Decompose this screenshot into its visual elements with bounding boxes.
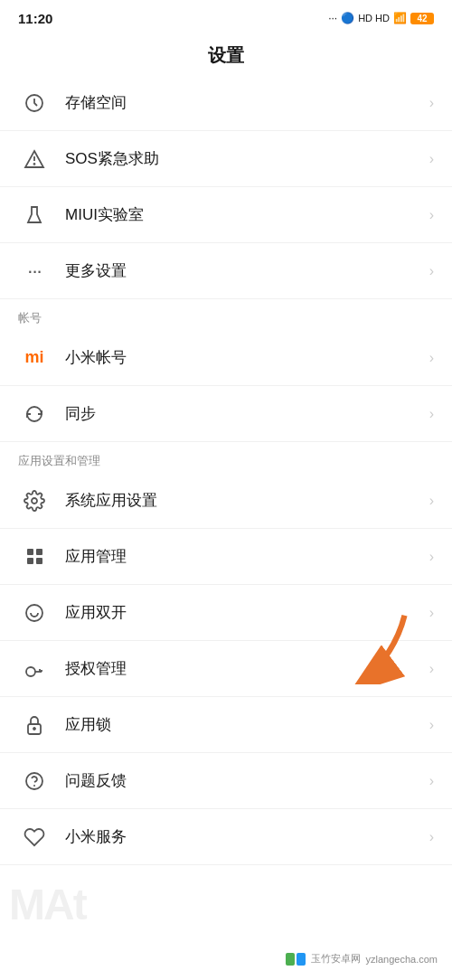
clock-icon [18,87,51,119]
menu-text-app-lock: 应用锁 [65,714,429,735]
dual-icon [18,597,51,629]
section-label-account: 帐号 [0,299,452,330]
svg-point-8 [26,667,35,676]
beaker-icon [18,199,51,231]
page-title: 设置 [0,33,452,75]
menu-text-system-app: 系统应用设置 [65,490,429,511]
chevron-icon: › [429,95,434,111]
menu-item-mi-account[interactable]: mi 小米帐号 › [0,330,452,386]
chevron-icon: › [429,151,434,167]
chevron-icon: › [429,493,434,509]
menu-group-app-management: 系统应用设置 › 应用管理 › 应用双开 › [0,473,452,865]
grid-icon [18,541,51,573]
menu-text-more-settings: 更多设置 [65,260,429,281]
sync-icon [18,398,51,430]
key-icon [18,653,51,685]
status-icons: ··· 🔵 HD HD 📶 42 [328,12,434,24]
menu-text-mi-account: 小米帐号 [65,347,429,368]
chevron-icon: › [429,661,434,677]
chevron-icon: › [429,207,434,223]
chevron-icon: › [429,406,434,422]
chevron-icon: › [429,549,434,565]
watermark-text: 玉竹安卓网 [311,952,361,966]
menu-item-app-manage[interactable]: 应用管理 › [0,529,452,585]
menu-item-mi-service[interactable]: 小米服务 › [0,809,452,865]
menu-item-miui-lab[interactable]: MIUI实验室 › [0,187,452,243]
chevron-icon: › [429,605,434,621]
svg-point-6 [26,605,42,621]
menu-text-feedback: 问题反馈 [65,770,429,791]
bluetooth-icon: ··· [328,12,337,24]
menu-item-more-settings[interactable]: ··· 更多设置 › [0,243,452,299]
watermark-logo [286,953,306,966]
menu-item-auth-manage[interactable]: 授权管理 › [0,641,452,697]
chevron-icon: › [429,350,434,366]
menu-text-sync: 同步 [65,403,429,424]
menu-group-main: 存储空间 › SOS紧急求助 › MIUI实验室 › ··· 更多设置 › [0,75,452,299]
status-time: 11:20 [18,11,52,26]
menu-text-auth-manage: 授权管理 [65,658,429,679]
menu-text-mi-service: 小米服务 [65,826,429,847]
menu-text-sos: SOS紧急求助 [65,148,429,169]
signal-icon: HD HD [358,13,390,24]
wifi-icon: 📶 [393,12,407,24]
chevron-icon: › [429,263,434,279]
status-bar: 11:20 ··· 🔵 HD HD 📶 42 [0,0,452,33]
lock-icon [18,709,51,741]
triangle-icon [18,143,51,175]
menu-text-app-dual: 应用双开 [65,602,429,623]
svg-point-5 [32,498,37,504]
menu-group-account: mi 小米帐号 › 同步 › [0,330,452,442]
watermark-url: yzlangecha.com [366,954,438,965]
gear-icon [18,485,51,517]
watermark: 玉竹安卓网 yzlangecha.com [286,952,438,966]
mat-background-text: MAt [9,880,86,929]
chevron-icon: › [429,717,434,733]
menu-item-app-dual[interactable]: 应用双开 › [0,585,452,641]
svg-point-10 [33,728,35,730]
menu-item-system-app[interactable]: 系统应用设置 › [0,473,452,529]
bluetooth-icon2: 🔵 [341,12,354,24]
menu-item-app-lock[interactable]: 应用锁 › [0,697,452,753]
chevron-icon: › [429,829,434,845]
battery-icon: 42 [410,13,434,24]
menu-text-app-manage: 应用管理 [65,546,429,567]
menu-item-sos[interactable]: SOS紧急求助 › [0,131,452,187]
svg-point-3 [34,164,35,165]
svg-point-11 [26,773,42,789]
question-icon [18,765,51,797]
dots-icon: ··· [18,255,51,287]
menu-item-sync[interactable]: 同步 › [0,386,452,442]
menu-item-storage[interactable]: 存储空间 › [0,75,452,131]
chevron-icon: › [429,773,434,789]
mi-icon: mi [18,342,51,374]
section-label-app-management: 应用设置和管理 [0,442,452,473]
heart-icon [18,821,51,853]
menu-text-storage: 存储空间 [65,92,429,113]
menu-item-feedback[interactable]: 问题反馈 › [0,753,452,809]
menu-text-miui-lab: MIUI实验室 [65,204,429,225]
